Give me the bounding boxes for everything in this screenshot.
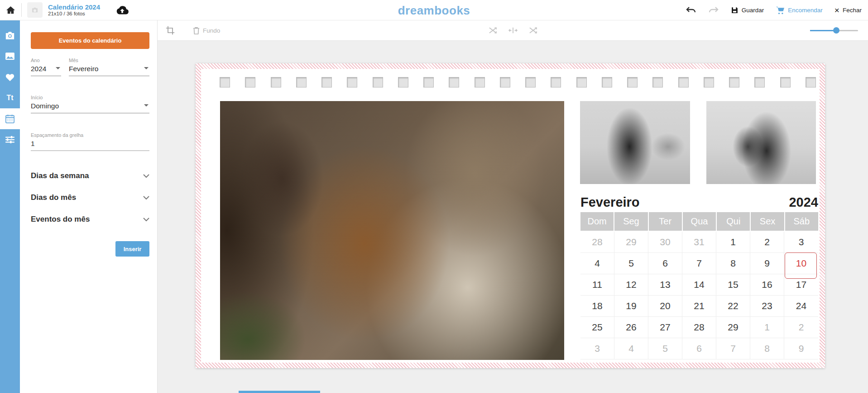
calendar-day-cell: 28 [580,232,614,253]
day-header: Seg [614,212,647,231]
calendar-day-cell: 31 [682,232,716,253]
calendar-day-cell: 21 [682,296,716,317]
calendar-day-cell: 18 [580,296,614,317]
main-photo[interactable] [220,101,564,360]
binding-hole [525,77,536,87]
calendar-title-row[interactable]: Fevereiro 2024 [580,195,818,212]
calendar-day-cell: 2 [750,232,784,253]
chevron-down-icon [143,218,149,222]
binding-hole [296,77,307,87]
section-monthdays[interactable]: Dias do mês [31,193,149,202]
calendar-day-cell: 29 [716,317,750,338]
grid-spacing-field[interactable]: Espaçamento da grelha 1 [31,132,149,151]
month-value[interactable]: Fevereiro [69,65,149,76]
save-button[interactable]: Guardar [731,6,764,14]
chevron-down-icon [143,174,149,178]
week-start-value[interactable]: Domingo [31,102,149,113]
calendar-day-cell: 6 [648,253,682,274]
calendar-day-cell: 8 [750,338,784,359]
app-window: Calendário 2024 21x10 / 36 fotos dreambo… [0,0,868,393]
sidebar-item-settings[interactable] [0,129,20,150]
close-button[interactable]: × Fechar [834,6,862,15]
calendar-day-cell: 8 [716,253,750,274]
sidebar-item-photos[interactable] [0,25,20,46]
calendar-day-cell: 9 [784,338,818,359]
year-label: Ano [31,58,61,63]
chevron-down-icon [143,196,149,200]
split-arrows-icon[interactable] [508,27,518,34]
image-icon [5,52,15,60]
calendar-page[interactable]: Fevereiro 2024 DomSegTerQuaQuiSexSáb 282… [196,63,825,368]
zoom-slider[interactable] [810,30,858,31]
sidebar-item-images[interactable] [0,46,20,67]
calendar-day-cell: 16 [750,274,784,296]
calendar-day-cell: 4 [614,338,648,359]
calendar-events-button[interactable]: Eventos do calendário [31,32,149,49]
top-header: Calendário 2024 21x10 / 36 fotos dreambo… [0,0,868,20]
calendar-day-cell: 26 [614,317,648,338]
redo-icon[interactable] [708,6,719,15]
page-thumbnail-indicator[interactable] [239,391,320,393]
chevron-down-icon [144,104,149,107]
calendar-day-cell: 24 [784,296,818,317]
calendar-day-cell: 9 [750,253,784,274]
crop-icon[interactable] [166,26,175,35]
photo-thumbnail-1[interactable] [580,101,690,184]
binding-hole [220,77,230,87]
day-header: Ter [649,212,682,231]
calendar-day-cell: 13 [648,274,682,296]
calendar-date-grid: 2829303112345678910111213141516171819202… [580,232,818,359]
cart-icon [776,6,785,15]
sidebar-item-favorites[interactable] [0,67,20,87]
binding-hole [754,77,765,87]
binding-hole [398,77,408,87]
sidebar-item-calendar[interactable] [0,108,20,129]
save-label: Guardar [742,7,764,14]
binding-hole [551,77,561,87]
cloud-upload-icon[interactable] [115,5,129,15]
save-icon [731,6,739,14]
sidebar-item-text[interactable]: Tt [0,87,20,108]
month-label: Mês [69,58,149,63]
home-icon[interactable] [5,5,16,15]
week-start-field[interactable]: Início Domingo [31,95,149,113]
calendar-day-cell: 30 [648,232,682,253]
calendar-day-cell: 6 [682,338,716,359]
photo-thumbnail-2[interactable] [706,101,816,184]
day-header: Sáb [785,212,818,231]
grid-spacing-input[interactable]: 1 [31,140,149,151]
project-thumbnail[interactable] [27,2,43,18]
binding-hole [652,77,663,87]
calendar-day-cell: 3 [784,232,818,253]
section-monthdays-label: Dias do mês [31,193,76,202]
header-divider [21,3,22,17]
undo-icon[interactable] [686,6,696,15]
order-button[interactable]: Encomendar [776,6,823,15]
section-weekdays-label: Dias da semana [31,171,89,180]
calendar-day-cell: 7 [682,253,716,274]
calendar-day-cell: 19 [614,296,648,317]
section-weekdays[interactable]: Dias da semana [31,171,149,180]
shuffle-icon[interactable] [529,27,537,34]
canvas-workspace: Fundo [158,20,868,393]
sliders-icon [5,136,15,144]
year-value[interactable]: 2024 [31,65,61,76]
year-field[interactable]: Ano 2024 [31,58,61,76]
calendar-year-title: 2024 [789,195,818,210]
binding-hole [627,77,638,87]
insert-button[interactable]: Inserir [115,241,149,257]
calendar-grid-block[interactable]: Fevereiro 2024 DomSegTerQuaQuiSexSáb 282… [580,195,818,359]
zoom-slider-thumb[interactable] [833,27,839,34]
month-field[interactable]: Mês Fevereiro [69,58,149,76]
background-delete-button[interactable]: Fundo [193,27,220,34]
calendar-day-cell: 28 [682,317,716,338]
binding-hole [449,77,459,87]
shuffle-icon[interactable] [489,27,497,34]
calendar-day-cell: 25 [580,317,614,338]
calendar-day-cell: 23 [750,296,784,317]
zoom-slider-fill [810,30,836,31]
section-monthevents[interactable]: Eventos do mês [31,215,149,224]
binding-hole [729,77,739,87]
calendar-day-cell: 1 [716,232,750,253]
calendar-options-panel: Eventos do calendário Ano 2024 Mês Fever… [20,20,158,393]
